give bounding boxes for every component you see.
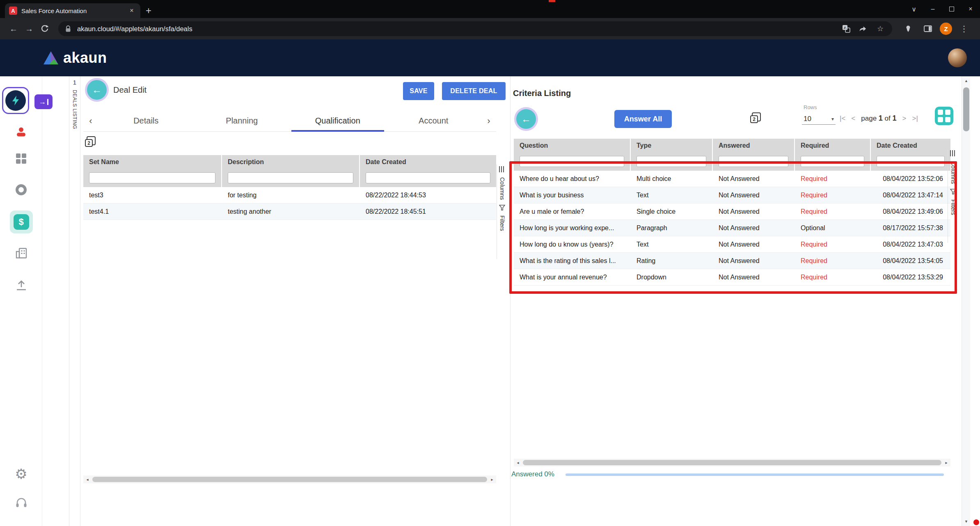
next-page-button[interactable]: > [902,114,907,123]
pin-icon[interactable] [900,21,916,37]
scroll-down-icon[interactable]: ▼ [962,517,971,526]
type-cell: Text [631,236,712,252]
save-button[interactable]: SAVE [403,82,434,100]
answered-cell: Not Answered [713,253,794,269]
criteria-row[interactable]: What is your business Text Not Answered … [514,187,950,204]
scroll-left-icon[interactable]: ◂ [514,459,522,467]
akaun-logo[interactable]: akaun [43,49,107,66]
column-header-description: Description [222,155,359,169]
refresh-icon[interactable] [37,21,53,37]
address-bar[interactable]: akaun.cloud/#/applets/akaun/sfa/deals A … [58,21,892,36]
applet-bolt-icon[interactable] [5,90,26,111]
scrollbar-thumb[interactable] [523,460,941,465]
last-page-button[interactable]: >| [912,114,918,123]
tab-qualification[interactable]: Qualification [290,111,386,132]
translate-icon[interactable]: A [842,25,853,33]
answered-filter-input[interactable] [719,156,788,167]
scrollbar-thumb[interactable] [92,477,487,482]
required-filter-input[interactable] [801,156,864,167]
browser-tab[interactable]: A Sales Force Automation × [5,3,140,18]
column-header-set-name: Set Name [83,155,221,169]
sidebar-item-support[interactable] [0,497,42,509]
answer-all-button[interactable]: Answer All [614,110,672,128]
criteria-listing-panel: Criteria Listing ← Answer All 2 Rows 10 … [511,76,959,526]
share-icon[interactable] [859,25,869,32]
criteria-row[interactable]: How long do u know us (years)? Text Not … [514,236,950,253]
url-text[interactable]: akaun.cloud/#/applets/akaun/sfa/deals [77,25,836,33]
date-created-cell: 08/04/2022 13:47:14 [871,187,950,203]
right-grid-side-tabs: Columns Filters [948,149,958,243]
columns-side-tab[interactable]: Columns [499,177,506,200]
column-header-question: Question [514,139,630,153]
scroll-left-icon[interactable]: ◂ [83,476,92,483]
column-header-date-created: Date Created [360,155,496,169]
tabs-scroll-right-icon[interactable]: › [481,116,496,126]
menu-kebab-icon[interactable]: ⋮ [956,21,972,37]
delete-deal-button[interactable]: DELETE DEAL [442,82,506,100]
question-filter-input[interactable] [520,156,624,167]
table-row[interactable]: test3 for testing 08/22/2022 18:44:53 [83,187,496,204]
date-created-filter-input[interactable] [366,172,490,183]
dashboard-icon [16,153,26,164]
criteria-row[interactable]: How long is your working expe... Paragra… [514,220,950,236]
tab-close-icon[interactable]: × [127,6,136,15]
deals-listing-strip[interactable]: 1 DEALS LISTING [69,76,80,526]
deal-edit-back-button[interactable]: ← [87,80,107,100]
prev-page-button[interactable]: < [851,114,855,123]
type-filter-input[interactable] [637,156,706,167]
scroll-right-icon[interactable]: ▸ [942,459,950,467]
table-row[interactable]: test4.1 testing another 08/22/2022 18:45… [83,204,496,220]
sidebar-item-sales-active[interactable]: $ [0,210,42,233]
scrollbar-thumb[interactable] [963,87,969,131]
tab-search-icon[interactable]: ∨ [904,0,923,18]
sidebar-item-red-app[interactable] [0,126,42,137]
horizontal-scrollbar[interactable]: ◂ ▸ [514,459,950,467]
back-nav-icon[interactable]: ← [6,21,21,37]
grid-view-icon[interactable] [935,107,953,125]
deals-count: 1 [69,79,80,86]
first-page-button[interactable]: |< [840,114,845,123]
forward-nav-icon[interactable]: → [21,21,37,37]
filters-side-tab[interactable]: Filters [950,199,957,215]
sidebar-item-dashboard[interactable] [0,153,42,164]
sidebar-item-upload[interactable] [0,280,42,290]
set-name-filter-input[interactable] [89,172,215,183]
side-panel-icon[interactable] [920,21,936,37]
user-avatar[interactable] [948,48,967,67]
criteria-row[interactable]: What is the rating of this sales l... Ra… [514,253,950,269]
sidebar-item-organization[interactable] [0,248,42,258]
tab-details[interactable]: Details [98,111,194,132]
description-cell: for testing [222,187,359,203]
filters-side-tab[interactable]: Filters [499,215,506,231]
criteria-row[interactable]: Are u male or female? Single choice Not … [514,204,950,220]
multi-select-icon[interactable]: 2 [85,136,96,147]
tabs-scroll-left-icon[interactable]: ‹ [83,116,98,126]
criteria-row[interactable]: Where do u hear about us? Multi choice N… [514,171,950,187]
bookmark-star-icon[interactable]: ☆ [875,24,886,33]
rows-per-page-select[interactable]: 10 ▾ [802,113,836,125]
question-cell: Are u male or female? [514,204,630,220]
description-filter-input[interactable] [228,172,353,183]
page-vertical-scrollbar[interactable]: ▲ ▼ [962,76,970,526]
columns-side-tab[interactable]: Columns [950,161,957,184]
browser-profile-avatar[interactable]: Z [940,23,952,35]
date-created-filter-input[interactable] [877,156,945,167]
columns-icon [499,166,505,172]
minimize-button[interactable]: – [923,0,942,18]
sidebar-item-settings[interactable]: ⚙ [0,467,42,481]
sign-in-icon[interactable]: → [34,94,53,109]
sidebar-item-reports[interactable] [0,184,42,195]
tab-planning[interactable]: Planning [194,111,290,132]
multi-select-icon[interactable]: 2 [750,112,761,123]
dollar-icon: $ [14,214,29,230]
window-close-button[interactable]: × [961,0,980,18]
scroll-up-icon[interactable]: ▲ [962,76,971,85]
scroll-right-icon[interactable]: ▸ [488,476,496,483]
maximize-button[interactable] [942,0,961,18]
tab-account[interactable]: Account [386,111,482,132]
horizontal-scrollbar[interactable]: ◂ ▸ [83,476,496,483]
new-tab-button[interactable]: + [140,3,157,18]
criteria-back-button[interactable]: ← [516,109,536,129]
criteria-row[interactable]: What is your annual revenue? Dropdown No… [514,269,950,286]
date-created-cell: 08/04/2022 13:54:05 [871,253,950,269]
